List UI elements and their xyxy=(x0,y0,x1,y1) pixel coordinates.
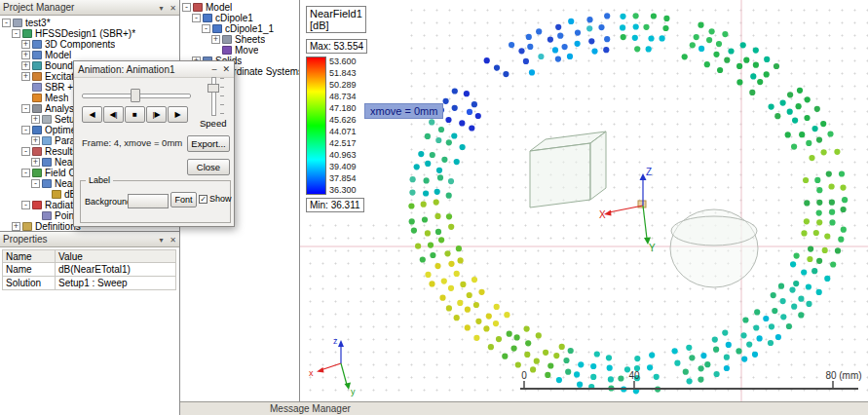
project-tree-row[interactable]: -test3* xyxy=(0,18,179,28)
design-icon xyxy=(22,29,32,38)
legend-value: 48.734 xyxy=(329,92,357,101)
expand-icon[interactable]: + xyxy=(12,222,20,231)
field-dot xyxy=(646,46,652,52)
near-field-dot-ring[interactable] xyxy=(408,13,848,394)
step-forward-button[interactable]: |▶ xyxy=(146,106,167,123)
play-reverse-button[interactable]: ◀ xyxy=(82,106,102,123)
field-dot xyxy=(804,200,810,206)
speed-slider-thumb[interactable] xyxy=(208,84,219,93)
field-dot xyxy=(448,261,454,267)
cylinder-object[interactable] xyxy=(670,209,758,287)
field-dot xyxy=(478,289,484,295)
field-dot xyxy=(536,332,542,338)
3d-viewport[interactable]: X Y Z x z y 0 xyxy=(300,0,868,401)
collapse-icon[interactable]: - xyxy=(2,19,11,27)
font-button[interactable]: Font xyxy=(170,192,197,208)
legend-colorbar xyxy=(306,57,326,195)
field-dot xyxy=(780,314,786,320)
play-forward-button[interactable]: ▶ xyxy=(168,106,188,123)
field-dot xyxy=(448,285,454,291)
expand-icon[interactable]: + xyxy=(31,158,40,167)
message-manager-bar[interactable]: Message Manager xyxy=(180,401,868,415)
close-button[interactable]: Close xyxy=(187,159,230,175)
properties-row[interactable]: NamedB(NearETotal1) xyxy=(2,263,176,277)
speed-slider[interactable] xyxy=(208,77,217,116)
field-dot xyxy=(555,57,561,62)
model-tree-row[interactable]: -cDipole1 xyxy=(180,13,299,23)
expand-icon[interactable]: + xyxy=(21,61,30,70)
field-dot xyxy=(809,155,814,161)
show-checkbox[interactable]: ✓ xyxy=(199,195,208,204)
expand-icon[interactable]: + xyxy=(21,51,30,59)
model-tree-row[interactable]: -cDipole1_1 xyxy=(180,23,299,34)
legend-value: 40.963 xyxy=(329,150,357,160)
collapse-icon[interactable]: - xyxy=(202,24,210,33)
frame-slider-thumb[interactable] xyxy=(131,89,140,102)
properties-header-cell[interactable]: Name xyxy=(2,249,56,263)
properties-header-cell[interactable]: Value xyxy=(56,249,176,263)
field-dot xyxy=(421,202,427,208)
panel-menu-icon[interactable]: ▾ xyxy=(160,236,164,245)
corner-axes-triad: x z y xyxy=(309,336,356,396)
close-icon[interactable]: ✕ xyxy=(170,236,176,245)
step-reverse-button[interactable]: ◀| xyxy=(103,106,124,123)
collapse-icon[interactable]: - xyxy=(192,14,201,22)
field-dot xyxy=(538,54,544,59)
project-manager-titlebar: Project Manager ▾ ✕ xyxy=(0,0,179,16)
collapse-icon[interactable]: - xyxy=(12,29,20,38)
export-button[interactable]: Export... xyxy=(187,135,230,152)
collapse-icon[interactable]: - xyxy=(21,126,30,134)
model-tree-row[interactable]: -Model xyxy=(180,2,299,13)
frame-status-text: Frame: 4, xmove = 0mm xyxy=(82,137,182,148)
project-tree-row[interactable]: +3D Components xyxy=(0,39,179,50)
field-dot xyxy=(434,213,440,219)
background-color-swatch[interactable] xyxy=(128,194,169,208)
box-object[interactable] xyxy=(530,132,606,208)
field-dot xyxy=(504,312,509,318)
field-dot xyxy=(780,100,786,106)
animation-dialog-titlebar[interactable]: Animation: Animation1 – ✕ xyxy=(74,61,234,78)
close-icon[interactable]: ✕ xyxy=(222,64,230,74)
field-dot xyxy=(826,171,832,177)
expand-icon[interactable]: + xyxy=(21,40,30,49)
animation-variable-label[interactable]: xmove = 0mm xyxy=(364,103,443,119)
expand-icon[interactable]: + xyxy=(211,35,220,44)
expand-icon[interactable]: + xyxy=(31,115,40,124)
close-icon[interactable]: ✕ xyxy=(170,4,176,13)
field-dot xyxy=(553,353,559,358)
collapse-icon[interactable]: - xyxy=(21,104,30,113)
field-dot xyxy=(445,117,451,123)
collapse-icon[interactable]: - xyxy=(21,147,30,156)
corner-z-label: z xyxy=(333,336,338,346)
minimize-icon[interactable]: – xyxy=(211,64,216,74)
field-dot xyxy=(590,374,596,380)
properties-row[interactable]: SolutionSetup1 : Sweep xyxy=(2,277,176,290)
field-dot xyxy=(425,133,431,139)
legend-value: 47.180 xyxy=(329,103,357,113)
field-dot xyxy=(816,289,822,295)
field-dot xyxy=(736,79,742,85)
model-tree-row[interactable]: Move xyxy=(180,45,299,56)
field-dot xyxy=(757,79,763,85)
expand-icon[interactable]: + xyxy=(21,72,30,81)
field-dot xyxy=(771,292,776,298)
expand-icon[interactable]: + xyxy=(31,136,40,145)
project-tree-row[interactable]: +Model xyxy=(0,50,179,60)
tree-label: Model xyxy=(45,50,71,60)
z-axis-label: Z xyxy=(646,167,652,177)
collapse-icon[interactable]: - xyxy=(182,3,191,12)
animation-dialog[interactable]: Animation: Animation1 – ✕ Speed ◀◀|■|▶▶ … xyxy=(73,60,235,227)
collapse-icon[interactable]: - xyxy=(31,179,40,188)
radiation-icon xyxy=(32,201,42,209)
field-dot xyxy=(736,63,742,69)
field-dot xyxy=(808,246,813,252)
collapse-icon[interactable]: - xyxy=(21,201,30,209)
panel-menu-icon[interactable]: ▾ xyxy=(160,4,164,13)
field-dot xyxy=(724,355,730,360)
collapse-icon[interactable]: - xyxy=(21,169,30,177)
stop-button[interactable]: ■ xyxy=(125,106,145,123)
model-tree-row[interactable]: +Sheets xyxy=(180,34,299,45)
field-dot xyxy=(814,177,820,183)
project-tree-row[interactable]: -HFSSDesign1 (SBR+)* xyxy=(0,28,179,39)
frame-slider[interactable] xyxy=(82,89,191,100)
